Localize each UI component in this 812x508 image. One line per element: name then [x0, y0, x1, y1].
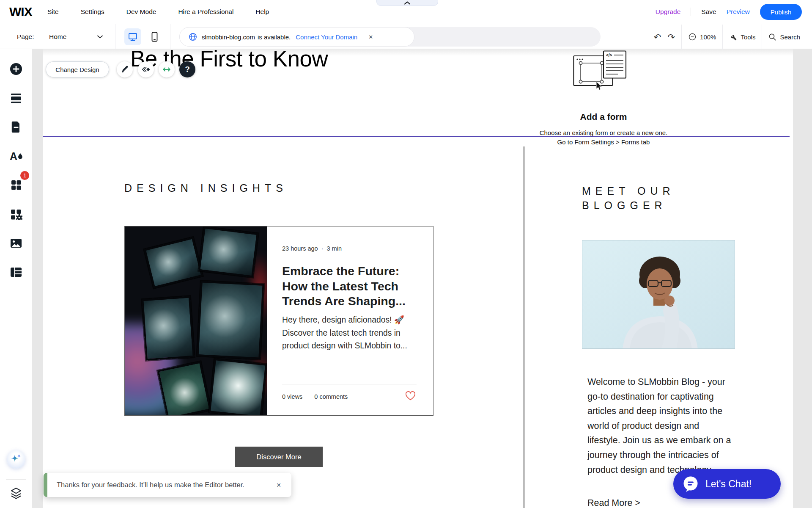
redo-button[interactable]: ↷: [667, 33, 675, 41]
design-brush-button[interactable]: [117, 61, 133, 77]
ai-assistant-button[interactable]: [7, 450, 25, 469]
image-screen-panel: [142, 296, 195, 361]
layout-tools-button[interactable]: [8, 264, 25, 281]
search-button[interactable]: Search: [768, 33, 800, 41]
tools-label: Tools: [741, 33, 755, 41]
connect-domain-link[interactable]: Connect Your Domain: [296, 33, 357, 41]
table-layout-icon: [8, 264, 25, 281]
about-line: lifestyle. Join us as we embark on a: [587, 433, 731, 448]
stretch-arrow-icon: [161, 64, 172, 75]
meet-our-blogger-title-line1[interactable]: MEET OUR: [582, 185, 675, 197]
divider: [170, 24, 170, 49]
menu-settings[interactable]: Settings: [81, 8, 104, 16]
help-button[interactable]: ?: [179, 61, 195, 77]
menu-site[interactable]: Site: [47, 8, 59, 16]
collapse-notification-tab[interactable]: [376, 0, 438, 6]
domain-link[interactable]: slmobbin-blog.com: [202, 33, 255, 41]
blogger-portrait-graphic: [582, 240, 735, 349]
editor-toolbar: Page: Home slmobbin-blog.com is availabl…: [0, 24, 812, 49]
toast-close-icon[interactable]: ✕: [276, 482, 281, 489]
section-boundary-line[interactable]: [43, 136, 790, 137]
sections-icon: [8, 89, 25, 106]
menu-help[interactable]: Help: [255, 8, 269, 16]
zoom-out-icon: [688, 33, 697, 41]
like-heart-icon[interactable]: [405, 390, 416, 400]
switch-layout-button[interactable]: [138, 61, 154, 77]
about-line: journey through the intricacies of: [587, 448, 731, 463]
page-dropdown[interactable]: Home: [49, 33, 66, 41]
read-more-link[interactable]: Read More >: [587, 498, 640, 508]
undo-button[interactable]: ↶: [654, 33, 661, 41]
divider: [115, 24, 115, 49]
canvas-gutter-left: [32, 49, 43, 508]
about-line: go-to destination for captivating: [587, 389, 731, 404]
layers-button[interactable]: [8, 485, 25, 502]
divider: [762, 25, 762, 50]
image-screen-panel: [209, 359, 267, 415]
post-time: 23 hours ago: [282, 245, 318, 252]
blogger-about-text[interactable]: Welcome to SLMobbin Blog - your go-to de…: [587, 375, 731, 477]
change-design-button[interactable]: Change Design: [46, 61, 109, 77]
close-icon[interactable]: ✕: [368, 34, 373, 40]
canvas-gutter-right: [793, 49, 812, 508]
top-menu: Site Settings Dev Mode Hire a Profession…: [47, 0, 269, 24]
page-icon: [8, 119, 25, 135]
post-views: 0 views: [282, 393, 302, 400]
blog-post-image: [125, 226, 267, 415]
wrench-icon: [729, 33, 737, 41]
pages-button[interactable]: [8, 119, 25, 135]
domain-availability-text: is available.: [258, 33, 291, 41]
domain-pill: slmobbin-blog.com is available. Connect …: [179, 27, 414, 47]
image-screen-panel: [157, 361, 211, 415]
question-mark-icon: ?: [185, 65, 190, 74]
editor-sidebar: A 1: [0, 49, 32, 508]
wix-editor-window: WIX Site Settings Dev Mode Hire a Profes…: [0, 0, 812, 508]
stretch-button[interactable]: [159, 61, 175, 77]
chevron-down-icon[interactable]: [97, 35, 103, 39]
meta-dot: ·: [321, 245, 324, 252]
media-button[interactable]: [8, 235, 25, 251]
add-section-button[interactable]: [8, 89, 25, 106]
post-read-time: 3 min: [327, 245, 342, 252]
menu-hire-a-professional[interactable]: Hire a Professional: [178, 8, 233, 16]
meet-our-blogger-title-line2[interactable]: BLOGGER: [582, 199, 667, 212]
toast-accent-stripe: [44, 473, 47, 497]
toolbar-right-controls: ↶ ↷ 100% Tools Search: [654, 24, 800, 50]
blog-post-card[interactable]: 23 hours ago · 3 min Embrace the Future:…: [124, 226, 433, 416]
save-button[interactable]: Save: [701, 8, 716, 16]
about-line: Welcome to SLMobbin Blog - your: [587, 375, 731, 389]
post-title[interactable]: Embrace the Future: How the Latest Tech …: [282, 264, 422, 309]
lets-chat-button[interactable]: Let's Chat!: [673, 469, 781, 499]
globe-icon: [188, 32, 198, 41]
add-icon: [8, 61, 25, 77]
top-actions: Upgrade Save Preview Publish: [656, 0, 802, 24]
zoom-control[interactable]: 100%: [688, 33, 716, 41]
publish-button[interactable]: Publish: [760, 4, 802, 20]
desktop-view-toggle[interactable]: [124, 28, 141, 45]
image-screen-panel: [198, 226, 258, 277]
tools-button[interactable]: Tools: [729, 33, 755, 41]
post-excerpt-line: Hey there, design aficionados! 🚀: [282, 314, 422, 327]
add-form-title: Add a form: [534, 112, 673, 122]
wix-logo[interactable]: WIX: [9, 5, 32, 19]
desktop-icon: [128, 32, 138, 42]
svg-text:A: A: [10, 150, 17, 162]
mobile-icon: [149, 31, 160, 42]
divider: [691, 8, 691, 16]
preview-button[interactable]: Preview: [727, 8, 750, 16]
design-insights-title[interactable]: DESIGN INSIGHTS: [124, 182, 288, 194]
site-canvas: Be the First to Know Change Design ? </>: [43, 49, 793, 508]
discover-more-button[interactable]: Discover More: [235, 447, 323, 467]
mobile-view-toggle[interactable]: [149, 31, 160, 42]
add-form-hint-line1: Choose an existing form or create a new …: [534, 129, 673, 136]
site-design-button[interactable]: A: [8, 148, 25, 165]
cms-button[interactable]: [8, 206, 25, 223]
upgrade-link[interactable]: Upgrade: [656, 8, 680, 16]
toast-message: Thanks for your feedback. It’ll help us …: [57, 481, 244, 489]
domain-bar: slmobbin-blog.com is available. Connect …: [179, 27, 601, 47]
menu-dev-mode[interactable]: Dev Mode: [126, 8, 156, 16]
blogger-portrait-image[interactable]: [582, 240, 735, 349]
divider: [282, 384, 417, 384]
add-element-button[interactable]: [8, 61, 25, 77]
page-label: Page:: [17, 33, 34, 41]
